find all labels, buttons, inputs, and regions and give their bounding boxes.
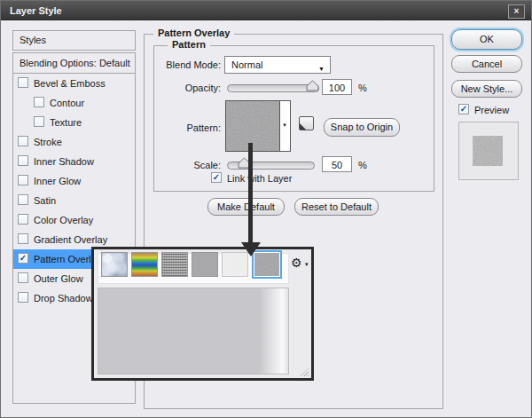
sidebar-item-stroke[interactable]: Stroke [13, 132, 135, 152]
chevron-down-icon: ▼ [318, 61, 325, 77]
annotation-arrow-shaft [248, 143, 253, 243]
new-style-button[interactable]: New Style... [451, 80, 522, 98]
cancel-button[interactable]: Cancel [451, 55, 522, 73]
pattern-thumb-woven[interactable] [161, 252, 188, 277]
pattern-swatch-control[interactable]: ▼ [225, 100, 291, 152]
pattern-thumb-bubbles[interactable] [101, 252, 128, 277]
blend-mode-select[interactable]: Normal ▼ [224, 56, 331, 74]
close-icon[interactable]: × [508, 4, 525, 19]
pattern-picker-toggle[interactable]: ▼ [279, 101, 290, 151]
opacity-input[interactable]: 100 [322, 79, 352, 95]
pattern-overlay-group-title: Pattern Overlay [153, 28, 234, 38]
styles-header-label: Styles [20, 35, 46, 45]
snap-to-origin-button[interactable]: Snap to Origin [324, 118, 400, 137]
pattern-group-title: Pattern [168, 39, 210, 50]
checkbox-inner-shadow[interactable] [18, 155, 28, 166]
checkbox-inner-glow[interactable] [18, 175, 28, 185]
sidebar-item-blending-options[interactable]: Blending Options: Default [13, 53, 135, 74]
ok-button[interactable]: OK [451, 29, 522, 50]
dialog-title: Layer Style [10, 5, 62, 16]
sidebar-item-satin[interactable]: Satin [13, 191, 135, 210]
blend-mode-label: Blend Mode: [141, 59, 221, 70]
checkbox-drop-shadow[interactable] [18, 292, 28, 303]
chevron-down-icon: ▼ [282, 122, 287, 128]
pattern-swatch[interactable] [226, 101, 279, 151]
scale-unit: % [358, 160, 367, 170]
checkbox-texture[interactable] [34, 116, 44, 127]
sidebar-item-contour[interactable]: Contour [13, 93, 135, 113]
pattern-thumb-tie-dye[interactable] [131, 252, 158, 277]
preview-noise-image [473, 136, 503, 166]
pattern-thumb-gray[interactable] [192, 252, 218, 277]
checkbox-outer-glow[interactable] [18, 272, 28, 283]
styles-header: Styles [12, 30, 136, 51]
reset-to-default-button[interactable]: Reset to Default [294, 198, 379, 216]
opacity-unit: % [358, 83, 367, 93]
make-default-button[interactable]: Make Default [207, 198, 285, 216]
checkbox-stroke[interactable] [18, 136, 28, 146]
pattern-picker-empty-area [98, 288, 289, 375]
link-with-layer-checkbox[interactable]: ✓ [211, 172, 222, 183]
new-pattern-preset-icon[interactable] [299, 116, 314, 130]
pattern-noise-swatch [226, 101, 279, 151]
scale-input[interactable]: 50 [322, 156, 352, 172]
sidebar-item-texture[interactable]: Texture [13, 113, 135, 132]
pattern-label: Pattern: [141, 122, 221, 133]
layer-style-dialog: Layer Style × Styles Blending Options: D… [0, 0, 532, 418]
sidebar-item-inner-shadow[interactable]: Inner Shadow [13, 152, 135, 171]
checkbox-contour[interactable] [34, 97, 44, 107]
sidebar-item-color-overlay[interactable]: Color Overlay [13, 210, 135, 230]
link-with-layer-label: Link with Layer [227, 173, 292, 184]
gray-noise-image [254, 253, 280, 277]
checkbox-pattern-overlay[interactable]: ✓ [18, 253, 28, 264]
scale-label: Scale: [141, 160, 221, 170]
preview-thumbnail [458, 122, 519, 180]
gear-menu-arrow-icon: ▾ [305, 261, 309, 268]
checkbox-gradient-overlay[interactable] [18, 233, 28, 244]
checkbox-bevel-emboss[interactable] [18, 77, 28, 88]
opacity-label: Opacity: [141, 83, 221, 93]
checkbox-color-overlay[interactable] [18, 214, 28, 225]
title-bar[interactable]: Layer Style × [1, 1, 531, 20]
preview-checkbox[interactable]: ✓ [458, 104, 469, 114]
gear-icon[interactable]: ⚙ [291, 256, 302, 270]
pattern-picker-popup: ⚙ ▾ [91, 247, 314, 381]
light-noise-image [223, 253, 248, 277]
checkbox-satin[interactable] [18, 194, 28, 205]
sidebar-item-inner-glow[interactable]: Inner Glow [13, 171, 135, 191]
sidebar-item-bevel-emboss[interactable]: Bevel & Emboss [13, 74, 135, 93]
preview-label: Preview [474, 105, 509, 115]
opacity-slider-thumb[interactable] [306, 80, 319, 91]
resize-grip[interactable] [301, 368, 309, 376]
annotation-arrow-head-icon [241, 242, 261, 256]
